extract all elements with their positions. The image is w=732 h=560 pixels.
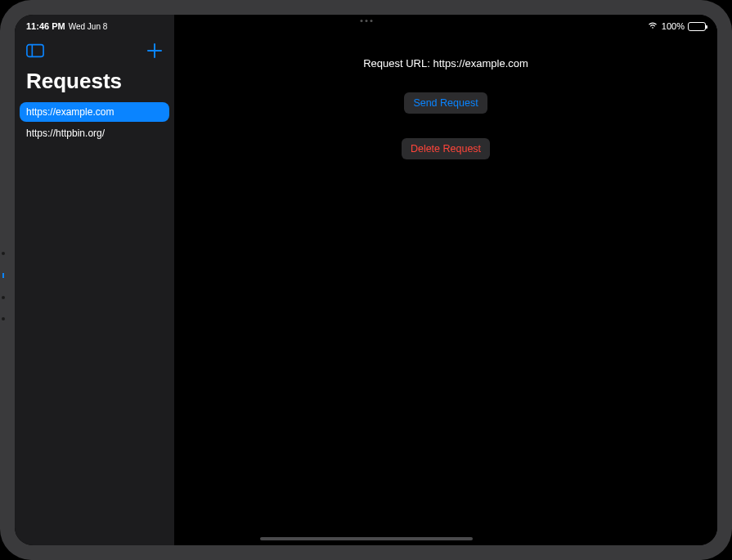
- ipad-frame: 11:46 PM Wed Jun 8 100%: [0, 0, 732, 560]
- sidebar: Requests https://example.com https://htt…: [15, 15, 174, 545]
- multitasking-dots-icon[interactable]: [360, 20, 372, 22]
- status-date: Wed Jun 8: [69, 22, 108, 31]
- requests-list: https://example.com https://httpbin.org/: [15, 102, 174, 143]
- sidebar-toggle-icon[interactable]: [26, 43, 44, 61]
- battery-percentage: 100%: [662, 21, 685, 31]
- list-item[interactable]: https://httpbin.org/: [20, 123, 169, 143]
- delete-request-button[interactable]: Delete Request: [402, 138, 490, 159]
- status-time: 11:46 PM: [26, 21, 65, 31]
- screen: 11:46 PM Wed Jun 8 100%: [15, 15, 717, 545]
- add-request-icon[interactable]: [146, 43, 163, 62]
- wifi-icon: [647, 21, 658, 31]
- device-side-indicators: [2, 252, 5, 320]
- battery-icon: [688, 22, 706, 31]
- sidebar-title: Requests: [15, 67, 174, 102]
- list-item[interactable]: https://example.com: [20, 102, 169, 122]
- request-url-label: Request URL: https://example.com: [363, 57, 528, 69]
- home-indicator[interactable]: [260, 537, 473, 540]
- svg-rect-0: [27, 45, 43, 57]
- send-request-button[interactable]: Send Request: [404, 92, 487, 114]
- detail-panel: Request URL: https://example.com Send Re…: [174, 15, 717, 545]
